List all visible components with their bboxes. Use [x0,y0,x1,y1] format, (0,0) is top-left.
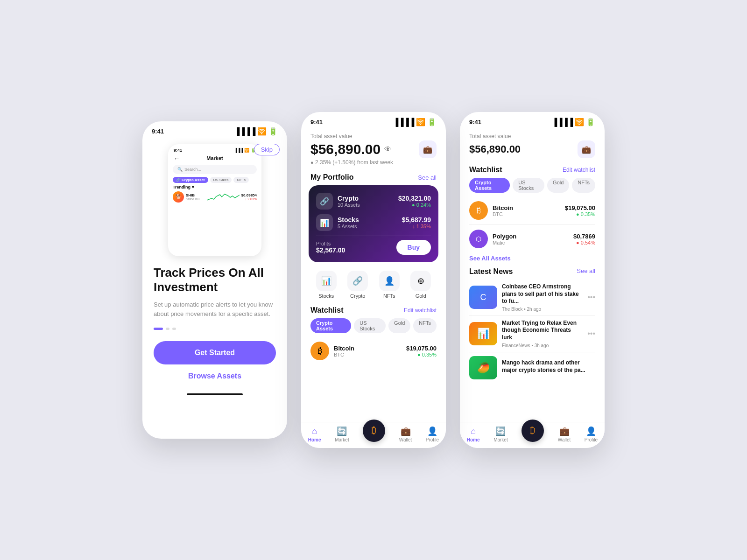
nav-market-label: Market [335,437,349,442]
phone-portfolio: 9:41 ▐▐▐▐ 🛜 🔋 Total asset value $56,890.… [301,112,446,448]
asset-change-suffix: from last week [357,159,393,166]
buy-button[interactable]: Buy [396,240,431,255]
filter-us-3[interactable]: US Stocks [513,178,544,193]
nav-wallet[interactable]: 💼 Wallet [399,426,412,442]
news-thumb-1: C [469,286,497,309]
portfolio-crypto-sub: 10 Assets [338,202,360,208]
qa-gold[interactable]: ⊕ Gold [410,271,431,299]
portfolio-see-all[interactable]: See all [418,174,437,181]
crypto-icon: 🔗 [176,178,181,182]
browse-assets-link[interactable]: Browse Assets [154,372,276,380]
signal-icon-3: ▐▐▐▐ [552,118,573,126]
bitcoin-icon-3: ₿ [469,201,488,220]
home-indicator-1 [187,393,243,395]
search-icon: 🔍 [177,167,183,172]
asset-value-row-3: $56,890.00 💼 [469,140,595,158]
inner-phone-mockup: 9:41 ▐▐▐ 🛜 🔋 ← Market 🔍 Search... 🔗 Cryp… [168,144,261,256]
polygon-change: ● 0.54% [573,240,595,245]
portfolio-card: 🔗 Crypto 10 Assets $20,321.00 ● 0.24% [309,185,438,262]
portfolio-stocks-icon: 📊 [316,214,333,231]
edit-watchlist-link[interactable]: Edit watchlist [404,307,437,314]
filter-nfts-3[interactable]: NFTs [572,178,595,193]
news-item-1: C Coinbase CEO Armstrong plans to sell p… [460,280,605,315]
qa-stocks[interactable]: 📊 Stocks [316,271,337,299]
filter-gold-3[interactable]: Gold [547,178,569,193]
qa-stocks-label: Stocks [318,293,334,299]
inner-status-bar: 9:41 ▐▐▐ 🛜 🔋 [168,144,261,154]
nav-home-3[interactable]: ⌂ Home [467,427,480,442]
filter-crypto-3[interactable]: Crypto Assets [469,178,510,193]
portfolio-crypto-icon: 🔗 [316,193,333,210]
qa-crypto[interactable]: 🔗 Crypto [347,271,368,299]
trending-text: Trending [173,185,190,189]
nav-market-3[interactable]: 🔄 Market [493,426,508,442]
onboard-desc: Set up automatic price alerts to let you… [154,300,276,318]
filter-us-stocks[interactable]: US Stocks [354,318,386,333]
quick-access: 📊 Stocks 🔗 Crypto 👤 NFTs ⊕ Gold [301,267,446,304]
news-item-2: 📊 Market Trying to Relax Even though Eco… [460,316,605,352]
qa-nfts[interactable]: 👤 NFTs [379,271,400,299]
skip-button[interactable]: Skip [254,144,280,155]
wallet-nav-icon-3: 💼 [559,426,570,436]
news-meta-2: FinanceNews • 3h ago [502,343,583,348]
qa-nfts-icon: 👤 [379,271,400,291]
portfolio-stocks-left: 📊 Stocks 5 Assets [316,214,359,231]
inner-nav-title: Market [206,155,223,161]
wallet-icon: 💼 [423,145,432,154]
bitcoin-price: $19,075.00 [406,345,437,352]
time-1: 9:41 [152,128,164,135]
edit-watchlist-3[interactable]: Edit watchlist [563,167,595,173]
nav-center-btn-3[interactable]: ₿ [521,420,544,442]
news-info-2: Market Trying to Relax Even though Econo… [502,320,583,348]
tabs-row: 🔗 Crypto Asset US Stkcs NFTs [168,177,261,183]
wallet-icon-btn-3[interactable]: 💼 [578,140,595,158]
tab-crypto-label: Crypto Asset [182,178,205,182]
news-thumb-2: 📊 [469,322,497,345]
filter-crypto-assets[interactable]: Crypto Assets [310,318,351,333]
asset-change: ● 2.35% (+1.50%) from last week [310,159,437,166]
nav-home[interactable]: ⌂ Home [308,427,321,442]
filter-nfts[interactable]: NFTs [413,318,437,333]
portfolio-crypto-change: ● 0.24% [398,202,431,208]
bitcoin-change-3: ● 0.35% [565,211,595,217]
filter-gold[interactable]: Gold [388,318,410,333]
nav-profile[interactable]: 👤 Profile [426,426,439,442]
inner-nav-bar: ← Market [168,154,261,162]
wallet-nav-icon: 💼 [401,426,411,436]
news-more-2[interactable]: ••• [587,329,595,338]
phone-onboarding: 9:41 ▐▐▐▐ 🛜 🔋 Skip 9:41 ▐▐▐ 🛜 🔋 ← Market… [142,121,287,439]
signal-icon-2: ▐▐▐▐ [393,118,414,126]
nav-wallet-3[interactable]: 💼 Wallet [558,426,571,442]
bitcoin-info: Bitcoin BTC [334,345,402,357]
wifi-icon: 🛜 [257,127,267,136]
battery-icon: 🔋 [268,127,278,136]
portfolio-crypto-left: 🔗 Crypto 10 Assets [316,193,360,210]
nav-center-button[interactable]: ₿ [363,420,385,442]
portfolio-stocks-change: ↓ 1.35% [402,224,431,229]
bitcoin-change: ● 0.35% [406,352,437,357]
portfolio-stocks-name: Stocks [338,216,359,224]
tab-crypto-asset: 🔗 Crypto Asset [173,177,208,183]
see-all-assets-link[interactable]: See All Assets [460,253,605,266]
watchlist-header: Watchlist Edit watchlist [301,304,446,318]
mango-icon: 🥭 [477,362,490,374]
onboarding-main: Track Prices On All Investment Set up au… [142,256,287,390]
get-started-button[interactable]: Get Started [154,341,276,364]
nav-market[interactable]: 🔄 Market [335,426,349,442]
search-placeholder: Search... [184,167,201,172]
portfolio-stocks-sub: 5 Assets [338,224,359,229]
portfolio-stocks-right: $5,687.99 ↓ 1.35% [402,216,431,229]
news-more-1[interactable]: ••• [587,293,595,301]
eye-icon[interactable]: 👁 [384,145,392,154]
market-icon: 🔄 [337,426,347,436]
nav-profile-3[interactable]: 👤 Profile [585,426,598,442]
market-news-icon: 📊 [477,328,490,340]
asset-value: $56,890.00 [310,141,381,157]
profile-icon-3: 👤 [586,426,596,436]
news-see-all[interactable]: See all [577,267,595,276]
bitcoin-icon: ₿ [310,342,329,360]
nav-market-label-3: Market [493,437,508,442]
wallet-icon-button[interactable]: 💼 [419,140,437,158]
qa-gold-icon: ⊕ [410,271,431,291]
qa-crypto-icon: 🔗 [347,271,368,291]
